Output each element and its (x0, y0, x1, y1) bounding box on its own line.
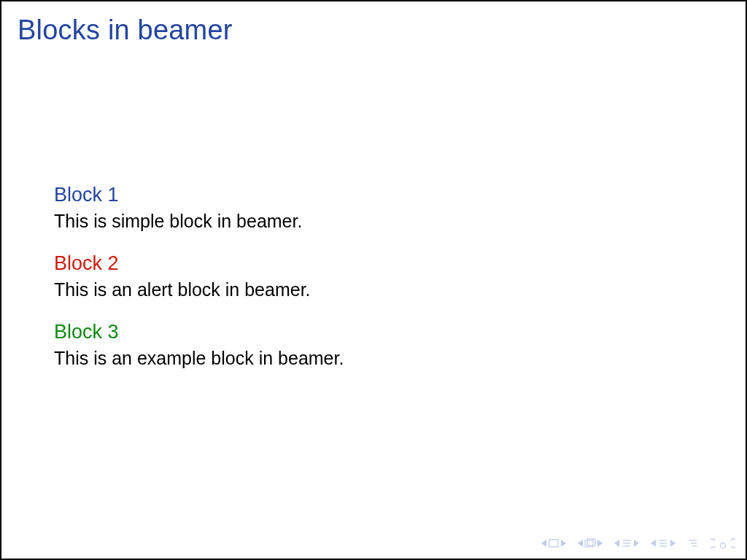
nav-next-icon (561, 540, 566, 547)
slide-content: Block 1 This is simple block in beamer. … (54, 184, 693, 389)
svg-point-12 (721, 543, 726, 548)
block-body: This is simple block in beamer. (54, 211, 693, 232)
lines-icon (657, 538, 669, 548)
nav-prev-icon (541, 540, 546, 547)
block-title: Block 2 (54, 252, 693, 275)
block-alert: Block 2 This is an alert block in beamer… (54, 252, 693, 300)
nav-prev-icon (651, 540, 656, 547)
block-body: This is an example block in beamer. (54, 348, 693, 369)
frame-icon (548, 538, 560, 548)
svg-rect-1 (585, 540, 593, 547)
svg-rect-2 (587, 539, 595, 545)
frame-title: Blocks in beamer (18, 15, 233, 46)
nav-slide-group[interactable] (578, 538, 603, 548)
nav-next-icon (670, 540, 676, 547)
lines-icon (621, 538, 632, 548)
nav-prev-icon (578, 540, 583, 547)
nav-next-icon (597, 540, 603, 547)
slide-frame: Blocks in beamer Block 1 This is simple … (0, 0, 747, 560)
block-title: Block 3 (54, 321, 693, 343)
nav-next-icon (634, 540, 639, 547)
svg-rect-0 (549, 540, 558, 547)
goto-icon[interactable] (687, 538, 699, 548)
block-example: Block 3 This is an example block in beam… (54, 321, 693, 369)
block-title: Block 1 (54, 184, 693, 206)
block-standard: Block 1 This is simple block in beamer. (54, 184, 693, 232)
block-body: This is an alert block in beamer. (54, 279, 693, 300)
beamer-navbar (541, 535, 735, 551)
nav-subsection-fwd[interactable] (651, 538, 676, 548)
nav-frame-group[interactable] (541, 538, 566, 548)
slide-stack-icon (584, 538, 596, 548)
undo-redo-icon[interactable] (711, 538, 735, 548)
nav-prev-icon (614, 540, 619, 547)
nav-subsection-back[interactable] (614, 538, 639, 548)
